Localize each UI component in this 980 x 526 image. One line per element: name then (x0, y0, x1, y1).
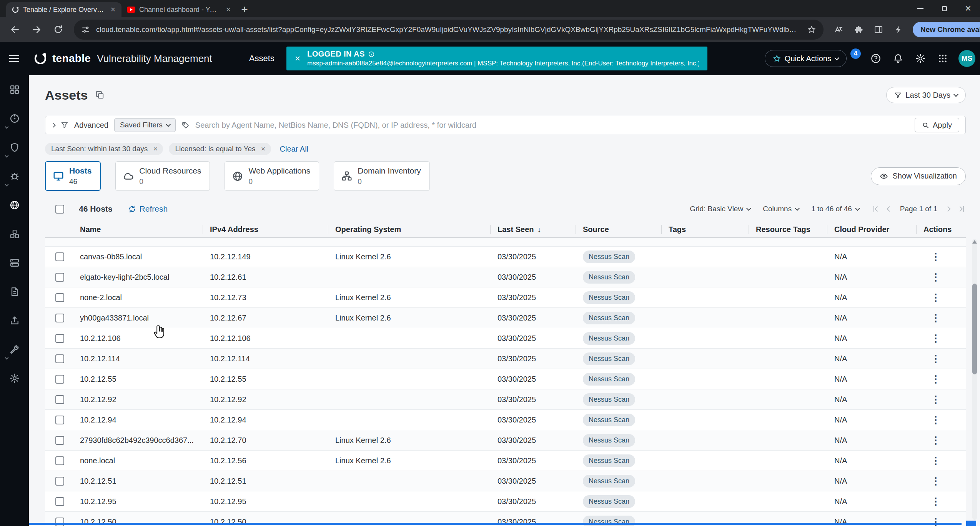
row-checkbox[interactable] (55, 252, 64, 261)
quick-actions-button[interactable]: Quick Actions (765, 50, 847, 67)
browser-tab-tenable[interactable]: Tenable / Explore Overview / A... (6, 2, 121, 17)
menu-icon[interactable] (9, 51, 25, 66)
table-row[interactable]: none-2.local 10.2.12.73 Linux Kernel 2.6… (45, 287, 966, 308)
table-row[interactable]: 10.2.12.95 10.2.12.95 03/30/2025 Nessus … (45, 491, 966, 512)
back-icon[interactable] (6, 21, 24, 38)
columns-dropdown[interactable]: Columns (763, 205, 799, 213)
row-actions-icon[interactable] (931, 335, 941, 343)
apply-button[interactable]: Apply (915, 118, 959, 132)
table-row[interactable]: 27930fd8c62b492c390cc6d367... 10.2.12.70… (45, 430, 966, 451)
table-row[interactable]: elgato-key-light-2bc5.local 10.2.12.61 0… (45, 267, 966, 287)
window-maximize-button[interactable] (932, 0, 956, 17)
tab-web-applications[interactable]: Web Applications 0 (225, 161, 319, 191)
copy-icon[interactable] (95, 90, 105, 100)
url-bar[interactable]: cloud.tenable.com/tio/app.html#/assets-u… (74, 20, 824, 40)
tag-icon[interactable] (181, 121, 190, 129)
browser-tab-youtube[interactable]: Channel dashboard - YouTube (121, 2, 237, 17)
sidebar-item-settings[interactable] (0, 364, 29, 392)
notifications-bell-icon[interactable] (892, 52, 905, 65)
remove-filter-icon[interactable] (259, 145, 268, 153)
last-page-icon[interactable] (958, 205, 966, 213)
first-page-icon[interactable] (872, 205, 879, 213)
next-page-icon[interactable] (945, 205, 953, 213)
funnel-icon[interactable] (61, 121, 68, 129)
extensions-puzzle-icon[interactable] (850, 22, 867, 38)
tab-domain-inventory[interactable]: Domain Inventory 0 (334, 161, 430, 191)
sidebar-item-reports[interactable] (0, 277, 29, 306)
row-actions-icon[interactable] (931, 253, 941, 262)
sidebar-item-dashboards[interactable] (0, 75, 29, 104)
row-checkbox[interactable] (55, 456, 64, 465)
scrollbar-thumb[interactable] (972, 284, 977, 374)
rows-range-dropdown[interactable]: 1 to 46 of 46 (811, 205, 859, 213)
previous-page-icon[interactable] (885, 205, 892, 213)
forward-icon[interactable] (28, 21, 45, 38)
table-row[interactable]: 10.2.12.106 10.2.12.106 03/30/2025 Nessu… (45, 328, 966, 349)
table-row[interactable]: 10.2.12.92 10.2.12.92 03/30/2025 Nessus … (45, 389, 966, 410)
row-actions-icon[interactable] (931, 478, 941, 486)
sidebar-item-scans[interactable] (0, 248, 29, 277)
search-input[interactable] (195, 121, 909, 130)
banner-user-email[interactable]: mssp-admin-aab0f8a25e84@technologyinterp… (307, 60, 472, 67)
sidebar-item-assets[interactable] (0, 190, 29, 219)
column-header-cloud-provider[interactable]: Cloud Provider (827, 221, 916, 238)
scrollbar-corner[interactable] (966, 521, 976, 526)
row-checkbox[interactable] (55, 293, 64, 302)
column-header-source[interactable]: Source (576, 221, 661, 238)
vertical-scrollbar[interactable] (972, 239, 978, 520)
tab-hosts[interactable]: Hosts 46 (45, 161, 101, 191)
reload-icon[interactable] (49, 21, 67, 38)
refresh-button[interactable]: Refresh (128, 204, 168, 214)
new-chrome-available-button[interactable]: New Chrome available (913, 22, 980, 37)
column-header-ipv4[interactable]: IPv4 Address (203, 221, 328, 238)
row-actions-icon[interactable] (931, 498, 941, 506)
advanced-filters-button[interactable]: Advanced (74, 121, 108, 130)
grid-view-dropdown[interactable]: Grid: Basic View (690, 205, 750, 213)
column-header-os[interactable]: Operating System (328, 221, 490, 238)
translate-icon[interactable] (830, 22, 847, 38)
window-close-button[interactable] (956, 0, 980, 17)
date-range-button[interactable]: Last 30 Days (886, 87, 966, 103)
banner-close-icon[interactable] (295, 54, 300, 63)
saved-filters-dropdown[interactable]: Saved Filters (114, 118, 176, 132)
table-row[interactable]: yh00ga433871.local 10.2.12.67 Linux Kern… (45, 308, 966, 328)
sidebar-item-exports[interactable] (0, 306, 29, 335)
row-checkbox[interactable] (55, 334, 64, 343)
help-icon[interactable] (869, 52, 882, 65)
new-tab-button[interactable] (237, 2, 252, 17)
expand-filters-icon[interactable] (52, 124, 55, 127)
table-row[interactable]: canvas-0b85.local 10.2.12.149 Linux Kern… (45, 247, 966, 267)
row-checkbox[interactable] (55, 314, 64, 322)
scrollbar-up-arrow[interactable] (972, 240, 977, 244)
remove-filter-icon[interactable] (151, 145, 160, 153)
bookmark-star-icon[interactable] (807, 25, 816, 34)
row-checkbox[interactable] (55, 497, 64, 506)
row-actions-icon[interactable] (931, 376, 941, 384)
row-actions-icon[interactable] (931, 396, 941, 404)
select-all-checkbox[interactable] (55, 205, 64, 214)
row-actions-icon[interactable] (931, 274, 941, 282)
column-header-last-seen[interactable]: Last Seen (490, 221, 576, 238)
sidebar-item-vulnerabilities[interactable] (0, 162, 29, 190)
site-settings-icon[interactable] (82, 25, 90, 34)
row-actions-icon[interactable] (931, 314, 941, 323)
sidebar-item-solutions[interactable] (0, 219, 29, 248)
clear-all-link[interactable]: Clear All (280, 145, 308, 154)
table-row[interactable]: 10.2.12.114 10.2.12.114 03/30/2025 Nessu… (45, 349, 966, 369)
row-actions-icon[interactable] (931, 294, 941, 302)
side-panel-icon[interactable] (870, 22, 887, 38)
row-checkbox[interactable] (55, 273, 64, 282)
row-checkbox[interactable] (55, 354, 64, 363)
horizontal-scrollbar[interactable] (29, 523, 962, 525)
row-actions-icon[interactable] (931, 437, 941, 445)
row-checkbox[interactable] (55, 436, 64, 445)
extension-bolt-icon[interactable] (890, 22, 907, 38)
user-avatar[interactable]: MS (958, 50, 975, 67)
sidebar-item-tools[interactable] (0, 335, 29, 364)
tab-cloud-resources[interactable]: Cloud Resources 0 (115, 161, 210, 191)
scrollbar-track[interactable] (972, 239, 977, 520)
row-checkbox[interactable] (55, 416, 64, 424)
settings-gear-icon[interactable] (914, 52, 927, 65)
sidebar-item-findings[interactable] (0, 133, 29, 162)
column-header-resource-tags[interactable]: Resource Tags (749, 221, 827, 238)
